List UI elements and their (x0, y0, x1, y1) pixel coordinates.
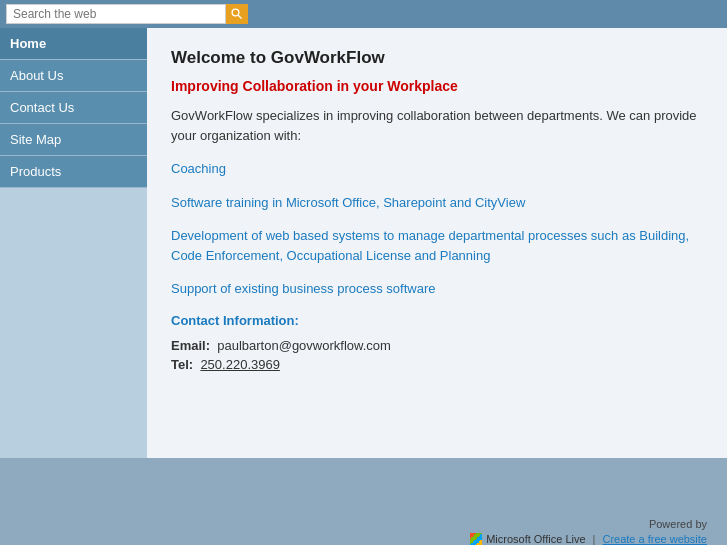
tel-label: Tel: (171, 357, 193, 372)
footer-links: Microsoft Office Live | Create a free we… (470, 533, 707, 545)
service-support[interactable]: Support of existing business process sof… (171, 279, 703, 299)
page-description: GovWorkFlow specializes in improving col… (171, 106, 703, 145)
contact-email-row: Email: paulbarton@govworkflow.com (171, 338, 703, 353)
ms-office-live: Microsoft Office Live (486, 533, 585, 545)
svg-line-1 (238, 15, 241, 18)
footer: Powered by Microsoft Office Live | Creat… (0, 458, 727, 545)
sidebar: Home About Us Contact Us Site Map Produc… (0, 28, 147, 458)
service-coaching[interactable]: Coaching (171, 159, 703, 179)
service-training[interactable]: Software training in Microsoft Office, S… (171, 193, 703, 213)
sidebar-item-contact[interactable]: Contact Us (0, 92, 147, 124)
sidebar-item-home[interactable]: Home (0, 28, 147, 60)
sidebar-item-products[interactable]: Products (0, 156, 147, 188)
search-icon (231, 8, 243, 20)
tel-value: 250.220.3969 (200, 357, 280, 372)
service-development[interactable]: Development of web based systems to mana… (171, 226, 703, 265)
email-value: paulbarton@govworkflow.com (217, 338, 391, 353)
search-button[interactable] (226, 4, 248, 24)
page-title: Welcome to GovWorkFlow (171, 48, 703, 68)
main-layout: Home About Us Contact Us Site Map Produc… (0, 28, 727, 458)
email-label: Email: (171, 338, 210, 353)
top-bar (0, 0, 727, 28)
search-input[interactable] (6, 4, 226, 24)
contact-tel-row: Tel: 250.220.3969 (171, 357, 703, 372)
content-area: Welcome to GovWorkFlow Improving Collabo… (147, 28, 727, 458)
create-free-website-link[interactable]: Create a free website (602, 533, 707, 545)
svg-point-0 (232, 9, 239, 16)
powered-by-label: Powered by (649, 518, 707, 530)
sidebar-item-sitemap[interactable]: Site Map (0, 124, 147, 156)
page-subtitle: Improving Collaboration in your Workplac… (171, 78, 703, 94)
ms-icon (470, 533, 482, 545)
sidebar-item-about[interactable]: About Us (0, 60, 147, 92)
footer-separator: | (593, 533, 596, 545)
contact-heading: Contact Information: (171, 313, 703, 328)
